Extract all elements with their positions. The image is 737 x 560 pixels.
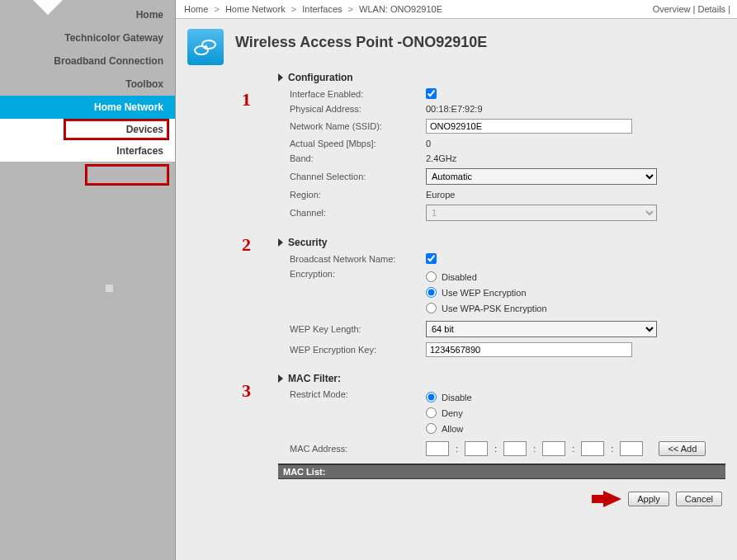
select-channel-selection[interactable]: Automatic: [426, 168, 657, 185]
label-ssid: Network Name (SSID):: [290, 121, 426, 131]
sidebar: Home Technicolor Gateway Broadband Conne…: [0, 0, 175, 560]
mac-seg-1[interactable]: [426, 441, 449, 456]
label-interface-enabled: Interface Enabled:: [290, 89, 426, 99]
nav-technicolor-gateway[interactable]: Technicolor Gateway: [0, 26, 175, 49]
sidebar-subpanel: Devices Interfaces: [0, 119, 175, 162]
annotation-step-3: 3: [242, 380, 251, 402]
section-label: MAC Filter:: [288, 373, 341, 384]
radio-enc-disabled[interactable]: [426, 271, 437, 282]
label-actual-speed: Actual Speed [Mbps]:: [290, 139, 426, 148]
label-band: Band:: [290, 153, 426, 163]
sub-interfaces[interactable]: Interfaces: [0, 140, 175, 162]
crumb-wlan[interactable]: WLAN: ONO92910E: [359, 4, 442, 14]
value-actual-speed: 0: [426, 139, 725, 148]
label-wep-key: WEP Encryption Key:: [290, 345, 426, 355]
select-wep-length[interactable]: 64 bit: [426, 321, 657, 337]
radio-enc-wep[interactable]: [426, 287, 437, 298]
mac-seg-2[interactable]: [465, 441, 488, 456]
annotation-step-2: 2: [242, 234, 251, 256]
checkbox-broadcast-ssid[interactable]: [426, 253, 437, 264]
section-label: Security: [288, 237, 327, 248]
link-details[interactable]: Details: [697, 4, 725, 14]
breadcrumb: Home > Home Network > Interfaces > WLAN:…: [184, 4, 442, 14]
nav-toolbox[interactable]: Toolbox: [0, 73, 175, 96]
value-physical-address: 00:18:E7:92:9: [426, 104, 725, 114]
annotation-step-1: 1: [242, 89, 251, 111]
label-restrict-mode: Restrict Mode:: [290, 389, 426, 399]
value-region: Europe: [426, 190, 725, 200]
section-security: Security: [278, 237, 725, 248]
mac-seg-5[interactable]: [581, 441, 604, 456]
crumb-home-network[interactable]: Home Network: [225, 4, 286, 14]
section-configuration: Configuration: [278, 72, 725, 83]
mac-list-header: MAC List:: [278, 464, 725, 479]
crumb-sep: >: [210, 4, 222, 14]
nav-home-network[interactable]: Home Network: [0, 96, 175, 119]
label-wep-length: WEP Key Length:: [290, 324, 426, 334]
label-encryption: Encryption:: [290, 269, 426, 279]
radio-enc-wpa[interactable]: [426, 303, 437, 313]
section-mac-filter: MAC Filter:: [278, 373, 725, 384]
annotation-highlight-interfaces: [86, 165, 168, 185]
label-broadcast-ssid: Broadcast Network Name:: [290, 254, 426, 264]
footer-buttons: Apply Cancel: [278, 479, 725, 507]
label-channel-selection: Channel Selection:: [290, 172, 426, 181]
triangle-icon: [278, 73, 283, 82]
mac-seg-4[interactable]: [542, 441, 565, 456]
checkbox-interface-enabled[interactable]: [426, 88, 437, 99]
triangle-icon: [278, 374, 283, 383]
crumb-interfaces[interactable]: Interfaces: [302, 4, 342, 14]
annotation-arrow-icon: [603, 491, 621, 507]
corner-notch: [33, 0, 63, 15]
radio-mac-deny[interactable]: [426, 407, 437, 418]
crumb-home[interactable]: Home: [184, 4, 208, 14]
link-overview[interactable]: Overview: [653, 4, 691, 14]
mac-seg-3[interactable]: [503, 441, 527, 456]
decorative-square: [106, 285, 113, 292]
radio-label-deny: Deny: [442, 408, 463, 418]
label-region: Region:: [290, 190, 426, 200]
wireless-icon: [187, 29, 224, 65]
mac-seg-6[interactable]: [620, 441, 643, 456]
button-apply[interactable]: Apply: [628, 492, 669, 506]
sub-devices[interactable]: Devices: [0, 119, 175, 140]
main-panel: Home > Home Network > Interfaces > WLAN:…: [175, 0, 737, 560]
button-cancel[interactable]: Cancel: [676, 492, 722, 506]
nav-broadband-connection[interactable]: Broadband Connection: [0, 49, 175, 73]
button-add-mac[interactable]: << Add: [659, 441, 706, 456]
breadcrumb-bar: Home > Home Network > Interfaces > WLAN:…: [176, 0, 737, 19]
radio-mac-disable[interactable]: [426, 392, 437, 402]
crumb-sep: >: [288, 4, 300, 14]
radio-label-disabled: Disabled: [442, 272, 477, 282]
crumb-sep: >: [345, 4, 357, 14]
label-mac-address: MAC Address:: [290, 444, 426, 454]
input-wep-key[interactable]: [426, 342, 632, 357]
radio-mac-allow[interactable]: [426, 423, 437, 434]
triangle-icon: [278, 238, 283, 247]
label-channel: Channel:: [290, 208, 426, 218]
section-label: Configuration: [288, 72, 353, 83]
radio-label-wpa: Use WPA-PSK Encryption: [442, 304, 547, 313]
value-band: 2.4GHz: [426, 153, 725, 163]
nav-home[interactable]: Home: [0, 3, 175, 26]
sep: |: [728, 4, 730, 14]
radio-label-allow: Allow: [442, 424, 463, 434]
label-physical-address: Physical Address:: [290, 104, 426, 114]
input-ssid[interactable]: [426, 119, 632, 134]
select-channel[interactable]: 1: [426, 205, 657, 221]
radio-label-wep: Use WEP Encryption: [442, 288, 527, 298]
content-area: Wireless Access Point -ONO92910E 1 2 3 C…: [176, 19, 737, 560]
view-links: Overview | Details |: [653, 4, 730, 14]
page-title: Wireless Access Point -ONO92910E: [235, 29, 487, 51]
radio-label-disable: Disable: [442, 393, 472, 402]
